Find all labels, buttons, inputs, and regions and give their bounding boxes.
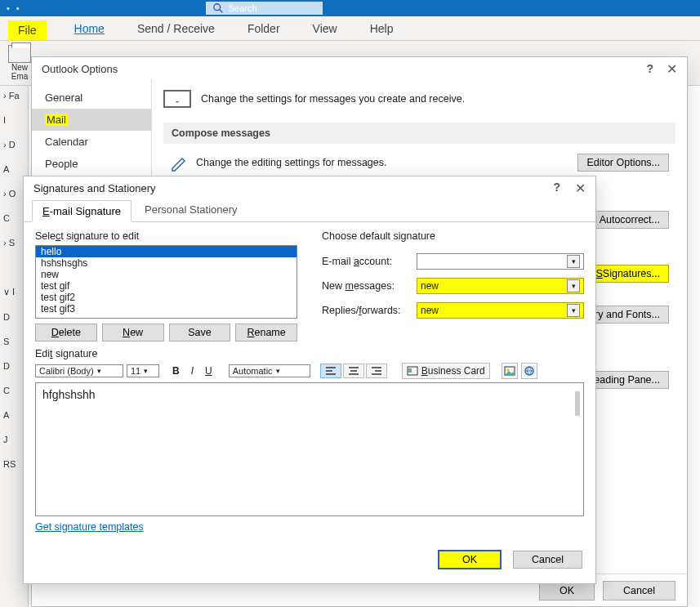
envelope-icon [8,45,31,63]
editor-content: hfghshshh [42,388,96,401]
svg-point-0 [213,4,220,11]
close-icon[interactable]: ✕ [575,181,586,196]
insert-hyperlink-button[interactable] [521,363,537,379]
signatures-ok-button[interactable]: OK [438,550,502,569]
bold-button[interactable]: B [167,363,185,379]
delete-button[interactable]: Delete [35,324,97,341]
signatures-tabs: E-mail Signature Personal Stationery [24,199,595,222]
rename-button[interactable]: Rename [235,324,297,341]
underline-button[interactable]: U [200,363,217,379]
svg-line-1 [219,10,222,13]
tab-help[interactable]: Help [365,19,399,40]
editor-options-button[interactable]: Editor Options... [577,154,669,172]
link-icon [524,365,535,377]
options-cancel-button[interactable]: Cancel [603,581,675,600]
replies-forwards-label: Replies/forwards: [322,305,412,316]
tab-home[interactable]: Home [69,19,109,40]
scrollbar[interactable] [575,391,580,416]
list-item[interactable]: hshshsghs [36,257,296,269]
signature-list[interactable]: hello hshshsghs new test gif test gif2 t… [35,245,297,319]
options-header-text: Change the settings for messages you cre… [201,93,465,105]
align-right-icon [371,366,382,376]
envelope-icon [163,90,191,108]
tab-send-receive[interactable]: Send / Receive [132,19,220,40]
font-color-select[interactable]: Automatic▾ [229,364,310,377]
list-item[interactable]: test gif [36,280,296,292]
insert-picture-button[interactable] [502,363,518,379]
signatures-cancel-button[interactable]: Cancel [513,551,582,569]
list-item[interactable]: new [36,269,296,280]
font-size-select[interactable]: 11▾ [127,364,159,377]
signature-editor[interactable]: hfghshshh [35,382,584,516]
list-item[interactable]: test gif3 [36,303,296,315]
new-messages-label: New messages: [322,280,412,292]
new-messages-dropdown[interactable]: new▾ [417,278,584,294]
app-titlebar: •• Search [0,0,700,16]
options-titlebar: Outlook Options ? ✕ [32,57,687,80]
choose-default-label: Choose default signature [322,230,584,242]
category-people[interactable]: People [32,153,151,175]
align-center-button[interactable] [343,364,364,378]
ribbon-tabs: File Home Send / Receive Folder View Hel… [0,16,700,41]
options-title: Outlook Options [42,63,118,75]
search-placeholder: Search [229,3,257,13]
category-mail[interactable]: Mail [32,109,151,131]
chevron-down-icon: ▾ [567,255,580,268]
get-templates-link[interactable]: Get signature templates [35,521,584,533]
new-button[interactable]: New [102,324,164,341]
font-family-select[interactable]: Calibri (Body)▾ [35,364,123,377]
help-icon[interactable]: ? [553,181,560,196]
signatures-title: Signatures and Stationery [33,182,156,194]
compose-desc: Change the editing settings for messages… [196,157,386,168]
card-icon [407,366,418,376]
pencil-icon [170,154,188,172]
help-icon[interactable]: ? [646,62,653,75]
signatures-dialog: Signatures and Stationery ? ✕ E-mail Sig… [23,176,596,584]
search-icon [212,2,224,14]
tab-file[interactable]: File [8,20,47,40]
business-card-button[interactable]: Business Card [402,363,490,379]
favorites-group[interactable]: › Fa [3,91,25,100]
save-button[interactable]: Save [169,324,231,341]
align-right-button[interactable] [366,364,387,378]
tab-email-signature[interactable]: E-mail Signature [32,200,132,222]
replies-forwards-dropdown[interactable]: new▾ [417,302,584,319]
chevron-down-icon: ▾ [567,304,580,317]
align-left-icon [325,366,337,376]
new-email-button[interactable]: New Ema [8,45,31,81]
svg-rect-3 [408,368,412,373]
tab-folder[interactable]: Folder [243,19,285,40]
align-center-icon [348,366,359,376]
picture-icon [504,366,515,376]
list-item[interactable]: test gif2 [36,292,296,303]
chevron-down-icon: ▾ [567,279,580,292]
tab-personal-stationery[interactable]: Personal Stationery [135,199,247,221]
email-account-label: E-mail account: [322,256,412,267]
email-account-dropdown[interactable]: ▾ [417,253,584,270]
align-left-button[interactable] [320,364,341,378]
italic-button[interactable]: I [186,363,198,379]
search-box[interactable]: Search [206,2,323,15]
close-icon[interactable]: ✕ [667,61,677,77]
compose-section-title: Compose messages [163,123,675,144]
select-signature-label: Select signature to edit [35,230,297,242]
list-item[interactable]: hello [36,246,296,257]
edit-signature-label: Edit signature [35,348,584,359]
category-calendar[interactable]: Calendar [32,131,151,153]
category-general[interactable]: General [32,87,151,109]
tab-view[interactable]: View [308,19,342,40]
editor-toolbar: Calibri (Body)▾ 11▾ B I U Automatic▾ [35,363,584,379]
